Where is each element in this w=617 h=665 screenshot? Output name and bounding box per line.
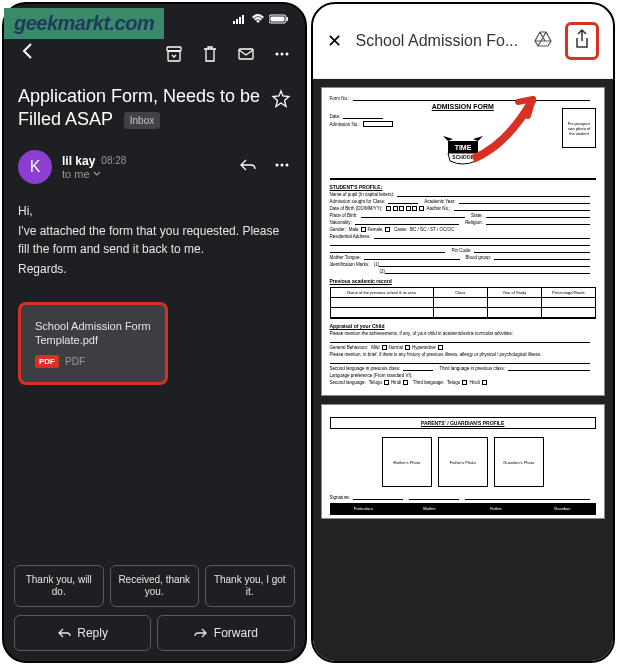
th3: Year of Study bbox=[488, 288, 542, 297]
more-icon[interactable] bbox=[273, 45, 291, 63]
reply-arrow-icon bbox=[57, 626, 71, 640]
parents-table: ParticularsMotherFatherGuardian bbox=[330, 503, 597, 515]
back-button[interactable] bbox=[18, 41, 38, 67]
hindi1: Hindi bbox=[391, 380, 401, 385]
svg-point-11 bbox=[280, 53, 283, 56]
telugu2: Telugu bbox=[447, 380, 460, 385]
screenshots-container: 08:30 Application Form, Needs to be Fill… bbox=[0, 0, 617, 665]
svg-point-10 bbox=[275, 53, 278, 56]
forward-button[interactable]: Forward bbox=[157, 615, 294, 651]
mt-label: Mother Tongue: bbox=[330, 255, 361, 260]
lang-pref: Language preference (From standard VI): bbox=[330, 373, 413, 378]
sl: Second language: bbox=[330, 380, 366, 385]
mail-icon[interactable] bbox=[237, 45, 255, 63]
dob-label: Date of Birth (DD/MM/YY): bbox=[330, 206, 383, 211]
pth1: Particulars bbox=[331, 504, 397, 513]
annotation-arrow bbox=[458, 74, 558, 178]
recipient-text: to me bbox=[62, 168, 90, 180]
pin-label: Pin Code: bbox=[451, 248, 471, 253]
name-label: Name of pupil (In capital letters): bbox=[330, 192, 395, 197]
sender-time: 08:28 bbox=[101, 155, 126, 166]
chevron-down-icon bbox=[93, 168, 101, 180]
hyper: Hyperactive bbox=[412, 345, 436, 350]
svg-point-12 bbox=[285, 53, 288, 56]
watermark-badge: geekmarkt.com bbox=[4, 8, 164, 39]
forward-arrow-icon bbox=[194, 626, 208, 640]
svg-rect-3 bbox=[242, 15, 244, 24]
more-sender-icon[interactable] bbox=[273, 156, 291, 178]
signal-icon bbox=[233, 12, 247, 27]
svg-rect-6 bbox=[286, 17, 288, 21]
quick-reply-2[interactable]: Received, thank you. bbox=[110, 565, 200, 607]
photo-box: Fix passport size photo of the student bbox=[562, 108, 596, 148]
telugu1: Telugu bbox=[369, 380, 382, 385]
svg-point-14 bbox=[280, 163, 283, 166]
body-main: I've attached the form that you requeste… bbox=[18, 222, 291, 258]
pdf-badge-icon: PDF bbox=[35, 355, 59, 368]
forward-label: Forward bbox=[214, 626, 258, 640]
email-body: Hi, I've attached the form that you requ… bbox=[4, 196, 305, 286]
year-label: Academic Year: bbox=[424, 199, 455, 204]
tl-prev: Third language in previous class: bbox=[439, 366, 505, 371]
th2: Class bbox=[434, 288, 488, 297]
quick-reply-3[interactable]: Thank you, I got it. bbox=[205, 565, 295, 607]
sig-label: Signature: bbox=[330, 495, 351, 500]
parents-section: PARENTS' / GUARDIAN'S PROFILE bbox=[330, 417, 597, 429]
sender-row: K lil kay 08:28 to me bbox=[4, 146, 305, 196]
avatar[interactable]: K bbox=[18, 150, 52, 184]
male-opt: Male bbox=[349, 227, 359, 232]
father-photo-box: Father's Photo bbox=[438, 437, 488, 487]
class-label: Admission sought for Class: bbox=[330, 199, 386, 204]
date-label: Date: bbox=[330, 114, 341, 119]
quick-reply-1[interactable]: Thank you, will do. bbox=[14, 565, 104, 607]
pdf-viewer-screen: ✕ School Admission Fo... Form No.: ADMIS… bbox=[311, 2, 616, 663]
nat-label: Nationality: bbox=[330, 220, 352, 225]
archive-icon[interactable] bbox=[165, 45, 183, 63]
sender-name: lil kay bbox=[62, 154, 95, 168]
student-section: STUDENT'S PROFILE: bbox=[330, 184, 597, 190]
pdf-title: School Admission Fo... bbox=[356, 32, 520, 50]
blood-label: Blood group: bbox=[466, 255, 492, 260]
reply-icon[interactable] bbox=[239, 156, 257, 178]
history-text: Please mention, in brief, if there is an… bbox=[330, 352, 542, 357]
aadhar-label: Aadhar No.: bbox=[427, 206, 451, 211]
bottom-actions: Reply Forward bbox=[4, 615, 305, 651]
status-indicators bbox=[233, 12, 289, 27]
trash-icon[interactable] bbox=[201, 45, 219, 63]
prev-section: Previous academic record bbox=[330, 278, 597, 284]
share-button[interactable] bbox=[565, 22, 599, 60]
svg-point-15 bbox=[285, 163, 288, 166]
appraisal-text: Please mention the achievements, if any,… bbox=[330, 331, 514, 336]
svg-rect-8 bbox=[168, 51, 180, 61]
svg-rect-1 bbox=[236, 19, 238, 24]
svg-rect-0 bbox=[233, 21, 235, 24]
gender-label: Gender: bbox=[330, 227, 346, 232]
normal: Normal bbox=[389, 345, 404, 350]
female-opt: Female bbox=[368, 227, 383, 232]
attachment-type: PDF bbox=[65, 356, 85, 367]
attachment-card[interactable]: School Admission Form Template.pdf PDF P… bbox=[18, 302, 168, 386]
email-subject: Application Form, Needs to be Filled ASA… bbox=[18, 85, 261, 132]
tl: Third language: bbox=[413, 380, 444, 385]
rel-label: Religion: bbox=[465, 220, 483, 225]
form-no-label: Form No.: bbox=[330, 96, 350, 101]
state-label: State: bbox=[471, 213, 483, 218]
close-button[interactable]: ✕ bbox=[327, 30, 342, 52]
addr-label: Residential Address: bbox=[330, 234, 371, 239]
pth4: Guardian bbox=[530, 504, 595, 513]
mild: Mild bbox=[371, 345, 379, 350]
star-button[interactable] bbox=[271, 89, 291, 114]
reply-button[interactable]: Reply bbox=[14, 615, 151, 651]
recipient-line[interactable]: to me bbox=[62, 168, 229, 180]
caste-label: Caste: bbox=[394, 227, 407, 232]
pth3: Father bbox=[463, 504, 529, 513]
pdf-toolbar: ✕ School Admission Fo... bbox=[313, 4, 614, 79]
inbox-tag[interactable]: Inbox bbox=[124, 112, 160, 129]
th1: Name of the previous school & its area bbox=[331, 288, 434, 297]
svg-point-13 bbox=[275, 163, 278, 166]
pdf-page-2: PARENTS' / GUARDIAN'S PROFILE Mother's P… bbox=[321, 404, 606, 519]
body-signoff: Regards. bbox=[18, 260, 291, 278]
prev-table: Name of the previous school & its areaCl… bbox=[330, 287, 597, 319]
drive-icon[interactable] bbox=[533, 29, 553, 53]
caste-opts: BC / SC / ST / OC/OC bbox=[410, 227, 454, 232]
